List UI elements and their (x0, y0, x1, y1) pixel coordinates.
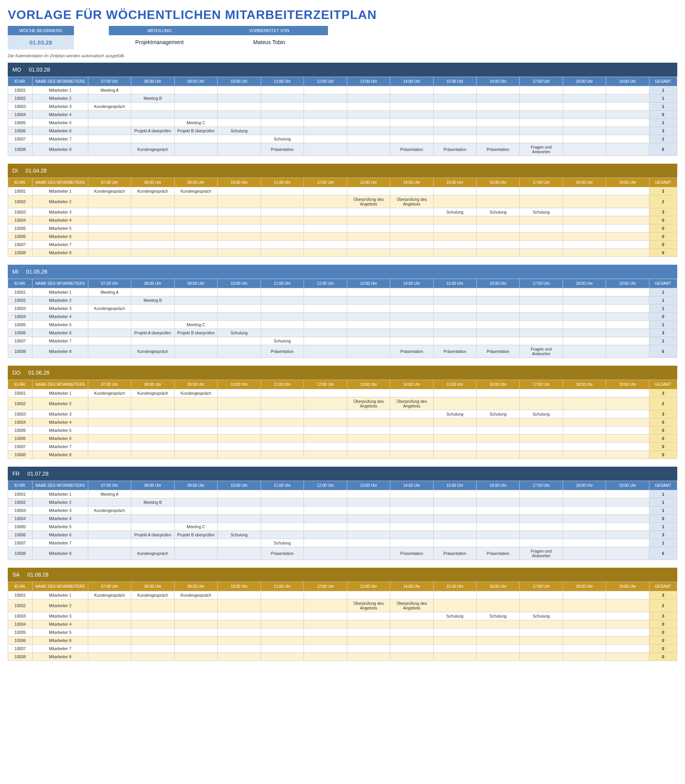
cell-total: 0 (649, 443, 677, 451)
table-row: 10005Mitarbeiter 50 (8, 426, 677, 435)
cell-total: 2 (649, 397, 677, 410)
cell-hour-8 (433, 599, 476, 612)
cell-hour-6 (347, 241, 390, 249)
cell-total: 0 (649, 313, 677, 321)
cell-hour-5 (304, 591, 347, 599)
cell-total: 0 (649, 628, 677, 637)
col-hour-10: 17:00 Uhr (520, 582, 563, 591)
cell-hour-12 (606, 637, 649, 645)
cell-hour-8 (433, 591, 476, 599)
cell-name: Mitarbeiter 4 (32, 515, 88, 523)
cell-hour-10 (520, 620, 563, 628)
cell-total: 3 (649, 389, 677, 397)
cell-hour-12 (606, 86, 649, 94)
cell-hour-9 (476, 313, 519, 321)
cell-hour-12 (606, 224, 649, 233)
day-title: SA01.08.28 (8, 568, 677, 582)
cell-hour-6 (347, 296, 390, 305)
cell-hour-6 (347, 637, 390, 645)
cell-total: 1 (649, 539, 677, 547)
cell-hour-12 (606, 143, 649, 156)
cell-hour-5 (304, 329, 347, 337)
col-hour-4: 11:00 Uhr (261, 77, 304, 86)
cell-id: 10005 (8, 523, 33, 531)
cell-hour-1 (131, 628, 174, 637)
cell-hour-1 (131, 539, 174, 547)
cell-hour-7 (390, 119, 433, 127)
cell-hour-11 (563, 119, 606, 127)
cell-hour-12 (606, 313, 649, 321)
cell-hour-2: Meeting C (174, 119, 217, 127)
cell-hour-5 (304, 216, 347, 224)
cell-hour-10 (520, 233, 563, 241)
col-hour-4: 11:00 Uhr (261, 279, 304, 288)
cell-total: 1 (649, 296, 677, 305)
cell-hour-8: Schulung (433, 612, 476, 620)
cell-hour-9 (476, 233, 519, 241)
cell-hour-5 (304, 637, 347, 645)
cell-total: 3 (649, 127, 677, 135)
prepared-by-label: VORBEREITET VON (210, 26, 328, 35)
cell-hour-6 (347, 329, 390, 337)
cell-hour-4 (261, 507, 304, 515)
cell-hour-0 (88, 296, 131, 305)
cell-hour-10 (520, 241, 563, 249)
cell-hour-4 (261, 523, 304, 531)
schedule-table: ID-NR.NAME DES MITARBEITERS07:00 Uhr08:0… (8, 380, 677, 459)
cell-total: 6 (649, 345, 677, 358)
cell-hour-0 (88, 628, 131, 637)
cell-hour-10 (520, 591, 563, 599)
cell-name: Mitarbeiter 6 (32, 531, 88, 539)
cell-hour-7: Überprüfung des Angebots (390, 195, 433, 208)
cell-hour-0 (88, 443, 131, 451)
cell-hour-5 (304, 321, 347, 329)
cell-hour-2 (174, 451, 217, 459)
cell-hour-2 (174, 288, 217, 296)
cell-hour-6: Überprüfung des Angebots (347, 599, 390, 612)
autofill-note: Die Kalenderdaten im Zeitplan werden aut… (8, 53, 677, 58)
cell-hour-7: Präsentation (390, 547, 433, 560)
cell-name: Mitarbeiter 2 (32, 195, 88, 208)
cell-id: 10003 (8, 103, 33, 111)
cell-hour-10 (520, 426, 563, 435)
cell-total: 3 (649, 612, 677, 620)
cell-total: 3 (649, 410, 677, 418)
cell-hour-2 (174, 628, 217, 637)
cell-hour-8 (433, 515, 476, 523)
cell-hour-1 (131, 515, 174, 523)
cell-hour-6 (347, 645, 390, 653)
cell-name: Mitarbeiter 4 (32, 418, 88, 426)
col-hour-12: 19:00 Uhr (606, 178, 649, 187)
table-row: 10003Mitarbeiter 3SchulungSchulungSchulu… (8, 208, 677, 216)
col-hour-9: 16:00 Uhr (476, 178, 519, 187)
table-row: 10003Mitarbeiter 3Kundengespräch1 (8, 507, 677, 515)
col-hour-8: 15:00 Uhr (433, 380, 476, 389)
cell-hour-6 (347, 547, 390, 560)
day-title: FR01.07.28 (8, 467, 677, 481)
cell-hour-7 (390, 187, 433, 195)
cell-id: 10007 (8, 241, 33, 249)
cell-hour-10 (520, 451, 563, 459)
table-row: 10007Mitarbeiter 70 (8, 645, 677, 653)
day-date: 01.03.28 (29, 67, 50, 73)
cell-hour-4 (261, 233, 304, 241)
cell-hour-2 (174, 241, 217, 249)
cell-hour-0 (88, 208, 131, 216)
cell-hour-11 (563, 645, 606, 653)
cell-hour-12 (606, 397, 649, 410)
cell-hour-8 (433, 637, 476, 645)
col-name: NAME DES MITARBEITERS (32, 178, 88, 187)
cell-hour-4 (261, 389, 304, 397)
cell-hour-9 (476, 329, 519, 337)
day-block-fr: FR01.07.28ID-NR.NAME DES MITARBEITERS07:… (8, 467, 677, 560)
cell-hour-5 (304, 507, 347, 515)
cell-hour-5 (304, 435, 347, 443)
cell-hour-3 (218, 523, 261, 531)
cell-hour-10 (520, 187, 563, 195)
cell-hour-2: Meeting C (174, 321, 217, 329)
cell-hour-11 (563, 187, 606, 195)
cell-hour-1 (131, 612, 174, 620)
col-hour-5: 12:00 Uhr (304, 481, 347, 490)
table-row: 10004Mitarbeiter 40 (8, 216, 677, 224)
cell-hour-1 (131, 233, 174, 241)
